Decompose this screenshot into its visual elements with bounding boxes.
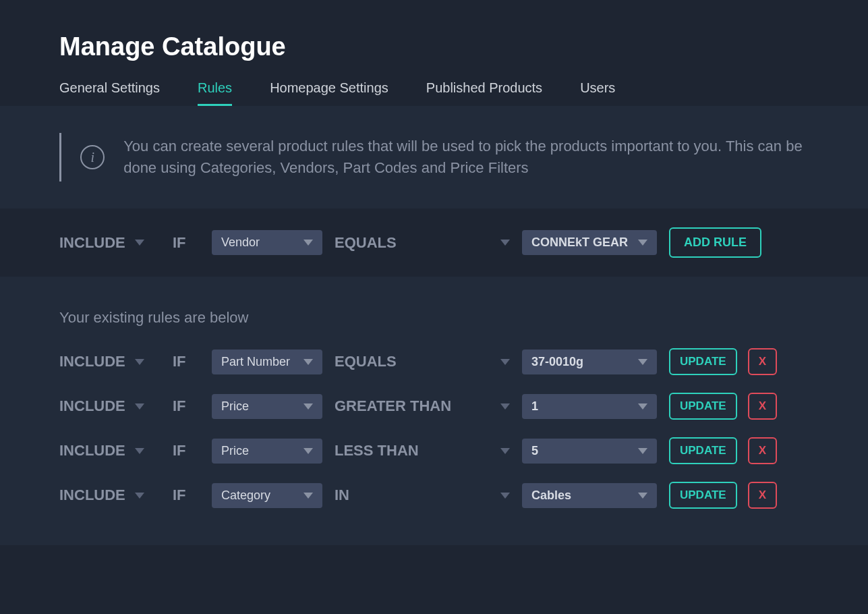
operator-dropdown-caret-icon[interactable] xyxy=(500,448,510,454)
value-select[interactable]: 1 xyxy=(522,394,657,419)
include-dropdown-caret-icon[interactable] xyxy=(135,359,144,365)
operator-label: EQUALS xyxy=(335,234,488,252)
field-caret-icon xyxy=(303,359,313,365)
existing-rules-section: Your existing rules are below INCLUDE IF… xyxy=(0,277,868,545)
page-title: Manage Catalogue xyxy=(59,32,809,61)
info-icon-glyph: i xyxy=(90,150,94,165)
include-label: INCLUDE xyxy=(59,353,125,370)
include-dropdown-caret-icon[interactable] xyxy=(135,240,144,246)
field-caret-icon xyxy=(303,448,313,454)
field-select-value: Price xyxy=(221,444,249,458)
field-select-value: Part Number xyxy=(221,355,290,369)
rule-row: INCLUDE IF Price GREATER THAN 1 UPDATE X xyxy=(59,393,809,420)
operator-dropdown-caret-icon[interactable] xyxy=(500,359,510,365)
rule-row: INCLUDE IF Part Number EQUALS 37-0010g U… xyxy=(59,348,809,375)
info-text: You can create several product rules tha… xyxy=(123,136,809,179)
field-select-value: Price xyxy=(221,399,249,414)
field-select[interactable]: Part Number xyxy=(212,350,322,374)
field-select-value: Category xyxy=(221,489,270,503)
update-button[interactable]: UPDATE xyxy=(669,482,737,509)
info-banner: i You can create several product rules t… xyxy=(0,106,868,208)
value-select[interactable]: 37-0010g xyxy=(522,350,657,374)
if-label: IF xyxy=(173,486,186,503)
value-select-value: Cables xyxy=(531,489,571,503)
rule-builder-row: INCLUDE IF Vendor EQUALS CONNEkT GEAR AD… xyxy=(0,208,868,277)
operator-dropdown-caret-icon[interactable] xyxy=(500,493,510,499)
field-caret-icon xyxy=(303,403,313,410)
update-button[interactable]: UPDATE xyxy=(669,393,737,420)
value-caret-icon xyxy=(638,493,647,499)
add-rule-button[interactable]: ADD RULE xyxy=(669,227,761,258)
tab-homepage-settings[interactable]: Homepage Settings xyxy=(270,80,388,106)
operator-label: EQUALS xyxy=(335,353,488,370)
field-select[interactable]: Price xyxy=(212,394,322,419)
include-dropdown-caret-icon[interactable] xyxy=(135,448,144,454)
tab-general-settings[interactable]: General Settings xyxy=(59,80,160,106)
operator-dropdown-caret-icon[interactable] xyxy=(500,403,510,410)
value-select-value: 1 xyxy=(531,399,538,414)
rule-row: INCLUDE IF Price LESS THAN 5 UPDATE X xyxy=(59,437,809,464)
page-header: Manage Catalogue General Settings Rules … xyxy=(0,0,868,106)
value-select[interactable]: 5 xyxy=(522,439,657,464)
update-button[interactable]: UPDATE xyxy=(669,437,737,464)
value-select[interactable]: CONNEkT GEAR xyxy=(522,230,657,255)
field-caret-icon xyxy=(303,493,313,499)
include-dropdown-caret-icon[interactable] xyxy=(135,403,144,410)
delete-button[interactable]: X xyxy=(748,348,777,375)
update-button[interactable]: UPDATE xyxy=(669,348,737,375)
field-caret-icon xyxy=(303,240,313,246)
tab-users[interactable]: Users xyxy=(580,80,615,106)
tab-published-products[interactable]: Published Products xyxy=(426,80,542,106)
if-label: IF xyxy=(173,442,186,459)
value-select-value: 37-0010g xyxy=(531,355,583,369)
value-caret-icon xyxy=(638,359,647,365)
field-select-value: Vendor xyxy=(221,235,260,250)
include-label: INCLUDE xyxy=(59,486,125,504)
value-caret-icon xyxy=(638,403,647,410)
delete-button[interactable]: X xyxy=(748,482,777,509)
include-label: INCLUDE xyxy=(59,397,125,415)
info-accent-bar xyxy=(59,133,61,182)
if-label: IF xyxy=(173,234,186,251)
operator-dropdown-caret-icon[interactable] xyxy=(500,240,510,246)
value-select[interactable]: Cables xyxy=(522,483,657,508)
operator-label: GREATER THAN xyxy=(335,397,488,415)
include-label: INCLUDE xyxy=(59,442,125,459)
delete-button[interactable]: X xyxy=(748,437,777,464)
operator-label: IN xyxy=(335,486,488,504)
existing-rules-title: Your existing rules are below xyxy=(59,309,809,327)
field-select[interactable]: Price xyxy=(212,439,322,464)
info-icon: i xyxy=(80,145,105,169)
value-select-value: CONNEkT GEAR xyxy=(531,235,628,250)
tab-rules[interactable]: Rules xyxy=(198,80,232,106)
value-caret-icon xyxy=(638,448,647,454)
if-label: IF xyxy=(173,397,186,414)
field-select[interactable]: Vendor xyxy=(212,230,322,255)
operator-label: LESS THAN xyxy=(335,442,488,459)
delete-button[interactable]: X xyxy=(748,393,777,420)
if-label: IF xyxy=(173,353,186,370)
value-caret-icon xyxy=(638,240,647,246)
tabs: General Settings Rules Homepage Settings… xyxy=(59,80,809,106)
rule-row: INCLUDE IF Category IN Cables UPDATE X xyxy=(59,482,809,509)
include-label: INCLUDE xyxy=(59,234,125,252)
include-dropdown-caret-icon[interactable] xyxy=(135,493,144,499)
field-select[interactable]: Category xyxy=(212,483,322,508)
value-select-value: 5 xyxy=(531,444,538,458)
